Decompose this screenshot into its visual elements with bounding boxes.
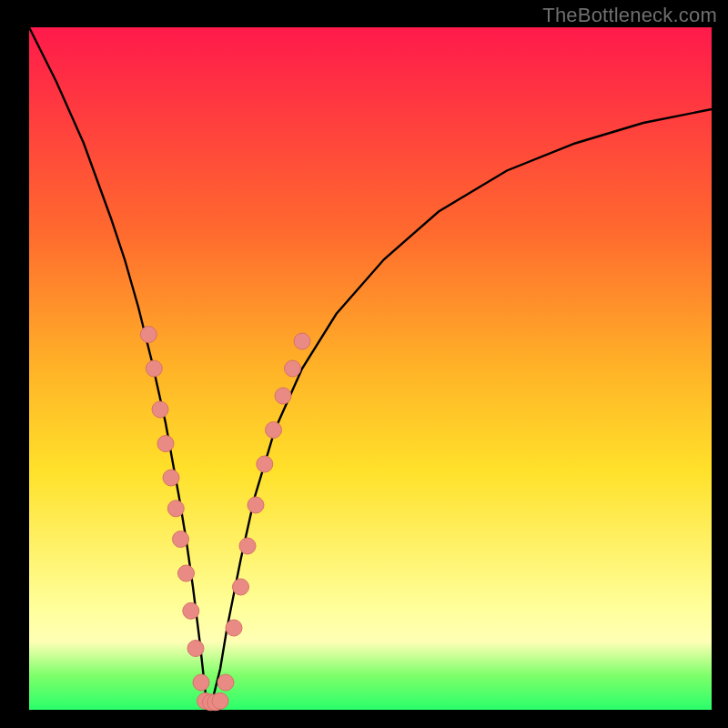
plot-background (29, 27, 712, 710)
data-dot (257, 456, 273, 472)
data-dot (146, 360, 162, 377)
data-dot (212, 693, 228, 709)
data-dot (193, 674, 209, 691)
watermark-text: TheBottleneck.com (542, 4, 717, 27)
data-dot (294, 333, 310, 349)
data-dot (157, 436, 174, 452)
data-dot (183, 602, 199, 619)
data-dot (233, 579, 249, 595)
data-dot (248, 497, 264, 513)
data-dot (187, 641, 204, 657)
data-dot (173, 531, 189, 548)
data-dot (163, 470, 179, 486)
data-dot (217, 674, 234, 691)
data-dot (152, 401, 168, 418)
data-dot (266, 422, 282, 439)
chart-container: TheBottleneck.com (0, 0, 728, 728)
data-dot (239, 538, 256, 554)
data-dot (178, 565, 195, 581)
data-dot (226, 620, 242, 636)
bottleneck-chart (0, 0, 728, 728)
data-dot (275, 388, 291, 404)
data-dot (285, 360, 301, 377)
data-dot (140, 327, 157, 343)
data-dot (167, 500, 184, 517)
